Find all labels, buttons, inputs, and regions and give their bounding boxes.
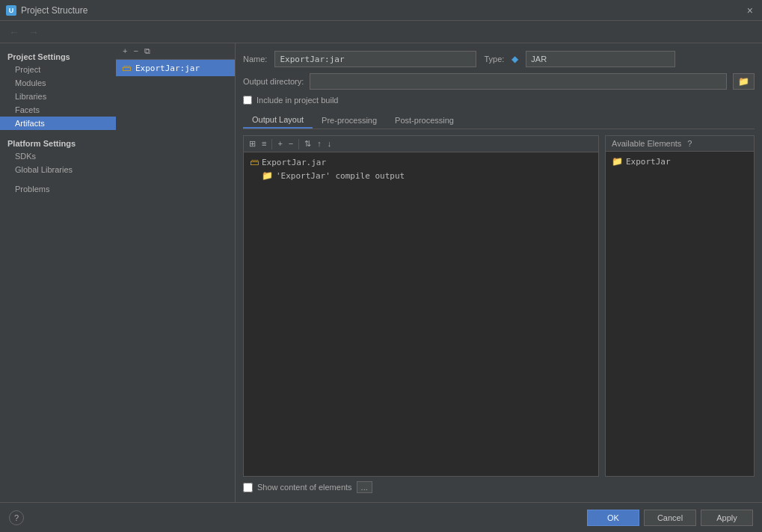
nav-bar: ← → xyxy=(0,21,762,43)
sidebar-item-project[interactable]: Project xyxy=(0,63,116,76)
right-content: Name: Type: ◆ JAR WAR EAR Output directo… xyxy=(236,43,762,502)
show-content-checkbox[interactable] xyxy=(243,483,253,492)
cancel-button[interactable]: Cancel xyxy=(644,510,696,526)
bottom-bar: ? OK Cancel Apply xyxy=(0,502,762,532)
sidebar-item-artifacts[interactable]: Artifacts xyxy=(0,117,116,130)
platform-settings-section: Platform Settings xyxy=(0,136,116,149)
remove-artifact-button[interactable]: − xyxy=(131,46,140,57)
main-layout: Project Settings Project Modules Librari… xyxy=(0,43,762,502)
name-type-row: Name: Type: ◆ JAR WAR EAR xyxy=(243,51,755,67)
tab-post-processing[interactable]: Post-processing xyxy=(386,112,463,129)
include-checkbox[interactable] xyxy=(243,96,252,105)
show-content-label[interactable]: Show content of elements xyxy=(257,483,352,492)
apply-button[interactable]: Apply xyxy=(701,510,753,526)
output-dir-label: Output directory: xyxy=(243,77,304,86)
layout-area: ⊞ ≡ + − ⇅ ↑ ↓ 🗃 ExportJar.jar xyxy=(243,135,755,477)
title-bar: U Project Structure × xyxy=(0,0,762,21)
include-label[interactable]: Include in project build xyxy=(256,96,338,105)
browse-button[interactable]: 📁 xyxy=(733,73,755,90)
sidebar-item-libraries[interactable]: Libraries xyxy=(0,90,116,103)
sidebar-item-problems[interactable]: Problems xyxy=(0,182,116,196)
toolbar-separator-2 xyxy=(298,139,299,149)
tree-item-jar[interactable]: 🗃 ExportJar.jar xyxy=(247,155,595,169)
jar-tree-icon: 🗃 xyxy=(250,157,259,167)
move-down-button[interactable]: ↓ xyxy=(325,138,334,149)
sidebar-item-global-libraries[interactable]: Global Libraries xyxy=(0,163,116,176)
artifact-panel: + − ⧉ 🗃 ExportJar:jar xyxy=(116,43,236,502)
folder-tree-icon: 📁 xyxy=(262,170,273,181)
output-panel: ⊞ ≡ + − ⇅ ↑ ↓ 🗃 ExportJar.jar xyxy=(243,135,599,477)
type-label: Type: xyxy=(484,55,504,64)
show-content-row: Show content of elements ... xyxy=(243,477,755,495)
available-tree: 📁 ExportJar xyxy=(606,152,754,476)
jar-icon: 🗃 xyxy=(122,63,131,73)
collapse-tree-button[interactable]: ≡ xyxy=(259,138,268,149)
jar-type-icon: ◆ xyxy=(511,54,518,64)
output-dir-input[interactable] xyxy=(310,73,727,90)
name-label: Name: xyxy=(243,55,267,64)
app-icon: U xyxy=(6,5,16,16)
available-help-icon: ? xyxy=(687,139,692,148)
expand-tree-button[interactable]: ⊞ xyxy=(247,138,258,149)
sidebar-item-sdks[interactable]: SDKs xyxy=(0,149,116,163)
forward-button[interactable]: → xyxy=(25,25,42,40)
artifact-item-export-jar[interactable]: 🗃 ExportJar:jar xyxy=(116,60,235,76)
avail-item-export-jar[interactable]: 📁 ExportJar xyxy=(609,155,751,168)
available-title: Available Elements xyxy=(612,139,681,148)
output-tree: 🗃 ExportJar.jar 📁 'ExportJar' compile ou… xyxy=(244,152,598,476)
project-settings-section: Project Settings xyxy=(0,49,116,63)
left-sidebar: Project Settings Project Modules Librari… xyxy=(0,43,116,502)
show-content-options-button[interactable]: ... xyxy=(357,481,372,493)
back-button[interactable]: ← xyxy=(6,25,22,40)
artifact-list: 🗃 ExportJar:jar xyxy=(116,60,235,76)
tabs-bar: Output Layout Pre-processing Post-proces… xyxy=(243,112,755,129)
tab-pre-processing[interactable]: Pre-processing xyxy=(313,112,386,129)
tab-output-layout[interactable]: Output Layout xyxy=(243,112,313,129)
include-checkbox-row: Include in project build xyxy=(243,96,755,105)
tree-item-compile-output[interactable]: 📁 'ExportJar' compile output xyxy=(247,169,595,182)
available-header: Available Elements ? xyxy=(606,136,754,152)
sidebar: Project Settings Project Modules Librari… xyxy=(0,43,116,502)
dialog-title: Project Structure xyxy=(21,5,87,16)
output-panel-toolbar: ⊞ ≡ + − ⇅ ↑ ↓ xyxy=(244,136,598,152)
artifact-toolbar: + − ⧉ xyxy=(116,43,235,60)
type-select[interactable]: JAR WAR EAR xyxy=(526,51,675,67)
remove-element-button[interactable]: − xyxy=(286,138,295,149)
avail-folder-icon: 📁 xyxy=(612,156,623,167)
output-dir-row: Output directory: 📁 xyxy=(243,73,755,90)
add-artifact-button[interactable]: + xyxy=(120,46,129,57)
toolbar-separator-1 xyxy=(271,139,272,149)
help-button[interactable]: ? xyxy=(9,510,24,525)
copy-artifact-button[interactable]: ⧉ xyxy=(142,46,153,57)
move-up-button[interactable]: ↑ xyxy=(315,138,324,149)
add-element-button[interactable]: + xyxy=(275,138,284,149)
name-input[interactable] xyxy=(274,51,476,67)
available-panel: Available Elements ? 📁 ExportJar xyxy=(605,135,755,477)
sidebar-item-facets[interactable]: Facets xyxy=(0,103,116,117)
sort-button[interactable]: ⇅ xyxy=(302,138,313,149)
close-button[interactable]: × xyxy=(744,4,756,17)
sidebar-item-modules[interactable]: Modules xyxy=(0,76,116,90)
ok-button[interactable]: OK xyxy=(587,510,639,526)
